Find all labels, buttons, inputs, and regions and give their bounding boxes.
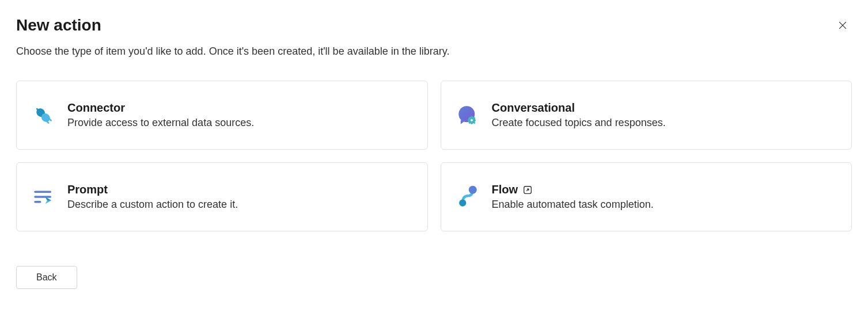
external-link-icon xyxy=(522,185,533,195)
action-type-grid: Connector Provide access to external dat… xyxy=(16,81,852,231)
svg-rect-27 xyxy=(34,201,41,203)
card-desc: Describe a custom action to create it. xyxy=(67,199,238,211)
card-desc: Enable automated task completion. xyxy=(492,199,654,211)
conversational-icon xyxy=(455,102,480,128)
card-title: Prompt xyxy=(67,183,108,196)
flow-icon xyxy=(455,184,480,210)
page-title: New action xyxy=(16,16,101,35)
back-button[interactable]: Back xyxy=(16,266,77,289)
card-conversational[interactable]: Conversational Create focused topics and… xyxy=(441,81,852,150)
svg-rect-25 xyxy=(34,191,51,193)
close-button[interactable] xyxy=(833,16,852,36)
svg-point-16 xyxy=(471,119,473,121)
page-subtitle: Choose the type of item you'd like to ad… xyxy=(16,45,852,58)
svg-point-29 xyxy=(459,199,466,206)
card-desc: Provide access to external data sources. xyxy=(67,117,254,129)
svg-rect-26 xyxy=(34,196,51,198)
card-title: Connector xyxy=(67,101,125,115)
card-prompt[interactable]: Prompt Describe a custom action to creat… xyxy=(16,162,428,231)
card-title: Flow xyxy=(492,183,518,196)
svg-point-28 xyxy=(468,186,476,194)
card-title: Conversational xyxy=(492,101,575,115)
prompt-icon xyxy=(31,184,56,210)
close-icon xyxy=(837,20,848,33)
card-connector[interactable]: Connector Provide access to external dat… xyxy=(16,81,428,150)
card-flow[interactable]: Flow Enable automated task completion. xyxy=(441,162,852,231)
connector-icon xyxy=(31,102,56,128)
card-desc: Create focused topics and responses. xyxy=(492,117,666,129)
